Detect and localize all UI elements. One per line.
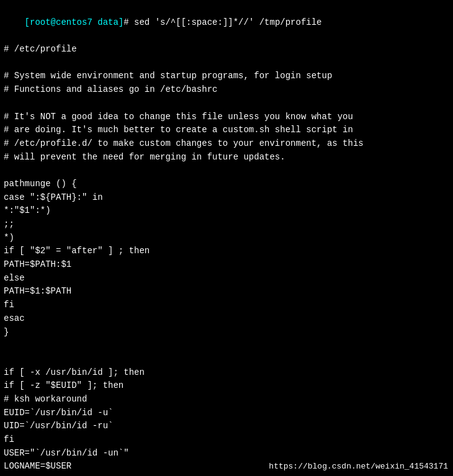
prompt-command: sed 's/^[[:space:]]*//' /tmp/profile: [129, 17, 322, 27]
output-line-15: else: [4, 272, 449, 285]
empty-4: [4, 339, 449, 353]
output-line-22: # ksh workaround: [4, 393, 449, 406]
empty-1: [4, 56, 449, 70]
output-line-13: if [ "$2" = "after" ] ; then: [4, 245, 449, 258]
output-line-11: ;;: [4, 218, 449, 231]
output-line-14: PATH=$PATH:$1: [4, 258, 449, 272]
output-line-2: # System wide environment and startup pr…: [4, 70, 449, 83]
empty-3: [4, 164, 449, 177]
output-line-26: USER="`/usr/bin/id -un`": [4, 447, 449, 460]
terminal-window: [root@centos7 data]# sed 's/^[[:space:]]…: [0, 0, 453, 476]
output-line-21: if [ -z "$EUID" ]; then: [4, 379, 449, 393]
output-line-7: # will prevent the need for merging in f…: [4, 151, 449, 164]
output-line-4: # It's NOT a good idea to change this fi…: [4, 110, 449, 124]
output-line-3: # Functions and aliases go in /etc/bashr…: [4, 83, 449, 97]
empty-2: [4, 97, 449, 110]
output-line-5: # are doing. It's much better to create …: [4, 123, 449, 137]
output-line-12: *): [4, 231, 449, 245]
output-line-23: EUID=`/usr/bin/id -u`: [4, 406, 449, 420]
output-line-6: # /etc/profile.d/ to make custom changes…: [4, 137, 449, 151]
output-line-9: case ":${PATH}:" in: [4, 191, 449, 205]
output-line-20: if [ -x /usr/bin/id ]; then: [4, 366, 449, 380]
output-line-24: UID=`/usr/bin/id -ru`: [4, 420, 449, 433]
output-line-8: pathmunge () {: [4, 177, 449, 191]
empty-5: [4, 353, 449, 366]
output-line-1: # /etc/profile: [4, 43, 449, 56]
output-line-18: esac: [4, 312, 449, 326]
prompt-hash: #: [123, 17, 128, 27]
output-line-25: fi: [4, 433, 449, 447]
output-line-17: fi: [4, 299, 449, 312]
prompt-line: [root@centos7 data]# sed 's/^[[:space:]]…: [4, 2, 449, 43]
output-line-16: PATH=$1:$PATH: [4, 285, 449, 299]
output-line-10: *:"$1":*): [4, 204, 449, 218]
output-line-19: }: [4, 326, 449, 339]
watermark: https://blog.csdn.net/weixin_41543171: [269, 462, 448, 471]
prompt-user: [root@centos7 data]: [25, 17, 124, 27]
